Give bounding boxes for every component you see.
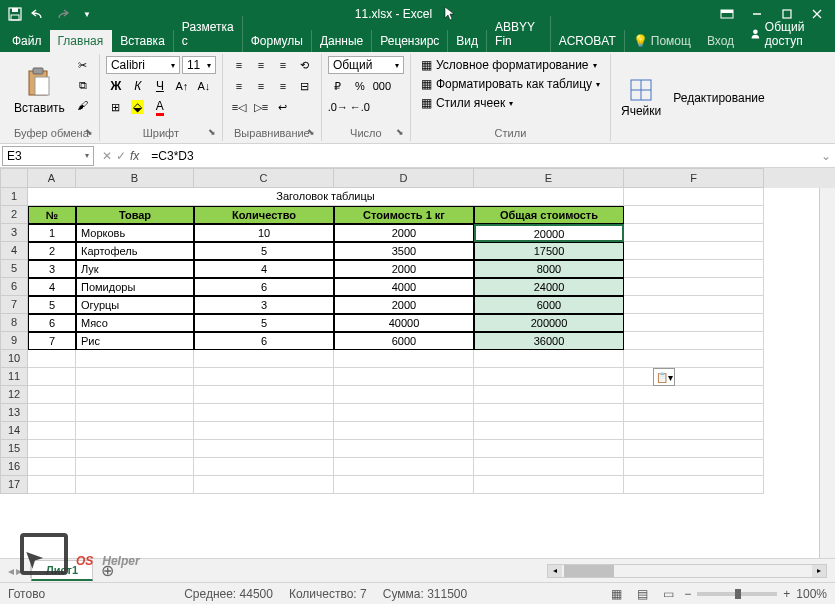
data-cell[interactable]: Помидоры	[76, 278, 194, 296]
row-header[interactable]: 3	[0, 224, 28, 242]
horizontal-scrollbar[interactable]: ◂ ▸	[547, 564, 827, 578]
font-color-icon[interactable]: A	[150, 98, 170, 116]
data-cell[interactable]: 5	[28, 296, 76, 314]
align-bottom-icon[interactable]: ≡	[273, 56, 293, 74]
data-cell[interactable]: 40000	[334, 314, 474, 332]
cell[interactable]	[474, 368, 624, 386]
copy-icon[interactable]: ⧉	[73, 76, 93, 94]
data-cell[interactable]: 5	[194, 242, 334, 260]
underline-button[interactable]: Ч	[150, 77, 170, 95]
cell[interactable]	[624, 242, 764, 260]
table-header-cell[interactable]: Товар	[76, 206, 194, 224]
tab-file[interactable]: Файл	[4, 30, 50, 52]
row-header[interactable]: 13	[0, 404, 28, 422]
cell[interactable]	[474, 404, 624, 422]
cell[interactable]	[334, 458, 474, 476]
align-top-icon[interactable]: ≡	[229, 56, 249, 74]
data-cell[interactable]: 4000	[334, 278, 474, 296]
cell[interactable]	[76, 368, 194, 386]
increase-font-icon[interactable]: A↑	[172, 77, 192, 95]
scroll-thumb[interactable]	[564, 565, 614, 577]
cell[interactable]	[194, 404, 334, 422]
cell[interactable]	[334, 476, 474, 494]
row-header[interactable]: 16	[0, 458, 28, 476]
data-cell[interactable]: Рис	[76, 332, 194, 350]
cell[interactable]	[624, 296, 764, 314]
zoom-out-icon[interactable]: −	[684, 587, 691, 601]
cell[interactable]	[194, 458, 334, 476]
cell[interactable]	[474, 386, 624, 404]
cell[interactable]	[194, 440, 334, 458]
data-cell[interactable]: Картофель	[76, 242, 194, 260]
cell[interactable]	[624, 368, 764, 386]
cell[interactable]	[194, 422, 334, 440]
cell[interactable]	[28, 386, 76, 404]
share-button[interactable]: Общий доступ	[742, 16, 835, 52]
tell-me[interactable]: 💡Помощ	[625, 30, 699, 52]
format-as-table-button[interactable]: ▦Форматировать как таблицу▾	[417, 75, 604, 93]
data-cell[interactable]: 1	[28, 224, 76, 242]
align-middle-icon[interactable]: ≡	[251, 56, 271, 74]
cell[interactable]	[624, 440, 764, 458]
sheet-nav-prev-icon[interactable]: ◂	[8, 564, 14, 578]
cell[interactable]	[334, 368, 474, 386]
scroll-left-icon[interactable]: ◂	[548, 565, 562, 577]
cell[interactable]	[194, 476, 334, 494]
data-cell[interactable]: 2	[28, 242, 76, 260]
cell[interactable]	[334, 386, 474, 404]
table-title[interactable]: Заголовок таблицы	[28, 188, 624, 206]
clipboard-launcher-icon[interactable]: ⬊	[85, 127, 97, 139]
scroll-right-icon[interactable]: ▸	[812, 565, 826, 577]
currency-icon[interactable]: ₽	[328, 77, 348, 95]
number-launcher-icon[interactable]: ⬊	[396, 127, 408, 139]
increase-indent-icon[interactable]: ▷≡	[251, 98, 271, 116]
decrease-indent-icon[interactable]: ≡◁	[229, 98, 249, 116]
cell[interactable]	[334, 440, 474, 458]
cell[interactable]	[76, 458, 194, 476]
data-cell[interactable]: 7	[28, 332, 76, 350]
data-cell[interactable]: 20000	[474, 224, 624, 242]
normal-view-icon[interactable]: ▦	[606, 586, 626, 602]
data-cell[interactable]: 3500	[334, 242, 474, 260]
cell[interactable]	[194, 386, 334, 404]
row-header[interactable]: 12	[0, 386, 28, 404]
italic-button[interactable]: К	[128, 77, 148, 95]
sheet-nav-next-icon[interactable]: ▸	[16, 564, 22, 578]
data-cell[interactable]: 6000	[334, 332, 474, 350]
cell[interactable]	[28, 422, 76, 440]
fx-icon[interactable]: fx	[130, 149, 139, 163]
cell[interactable]	[334, 404, 474, 422]
table-header-cell[interactable]: Общая стоимость	[474, 206, 624, 224]
data-cell[interactable]: Морковь	[76, 224, 194, 242]
decrease-decimal-icon[interactable]: ←.0	[350, 98, 370, 116]
cell[interactable]	[624, 260, 764, 278]
cell[interactable]	[624, 386, 764, 404]
column-header[interactable]: D	[334, 168, 474, 188]
cell[interactable]	[474, 422, 624, 440]
cell-styles-button[interactable]: ▦Стили ячеек▾	[417, 94, 604, 112]
orientation-icon[interactable]: ⟲	[295, 56, 315, 74]
row-header[interactable]: 6	[0, 278, 28, 296]
row-header[interactable]: 4	[0, 242, 28, 260]
align-center-icon[interactable]: ≡	[251, 77, 271, 95]
data-cell[interactable]: 3	[28, 260, 76, 278]
zoom-in-icon[interactable]: +	[783, 587, 790, 601]
cancel-formula-icon[interactable]: ✕	[102, 149, 112, 163]
cell[interactable]	[194, 368, 334, 386]
row-header[interactable]: 8	[0, 314, 28, 332]
cell[interactable]	[474, 350, 624, 368]
tab-home[interactable]: Главная	[50, 30, 113, 52]
row-header[interactable]: 5	[0, 260, 28, 278]
cell[interactable]	[28, 440, 76, 458]
name-box[interactable]: E3▾	[2, 146, 94, 166]
data-cell[interactable]: 8000	[474, 260, 624, 278]
data-cell[interactable]: 4	[28, 278, 76, 296]
enter-formula-icon[interactable]: ✓	[116, 149, 126, 163]
alignment-launcher-icon[interactable]: ⬊	[307, 127, 319, 139]
add-sheet-icon[interactable]: ⊕	[93, 561, 122, 580]
data-cell[interactable]: Лук	[76, 260, 194, 278]
cell[interactable]	[76, 386, 194, 404]
data-cell[interactable]: 5	[194, 314, 334, 332]
decrease-font-icon[interactable]: A↓	[194, 77, 214, 95]
data-cell[interactable]: 17500	[474, 242, 624, 260]
